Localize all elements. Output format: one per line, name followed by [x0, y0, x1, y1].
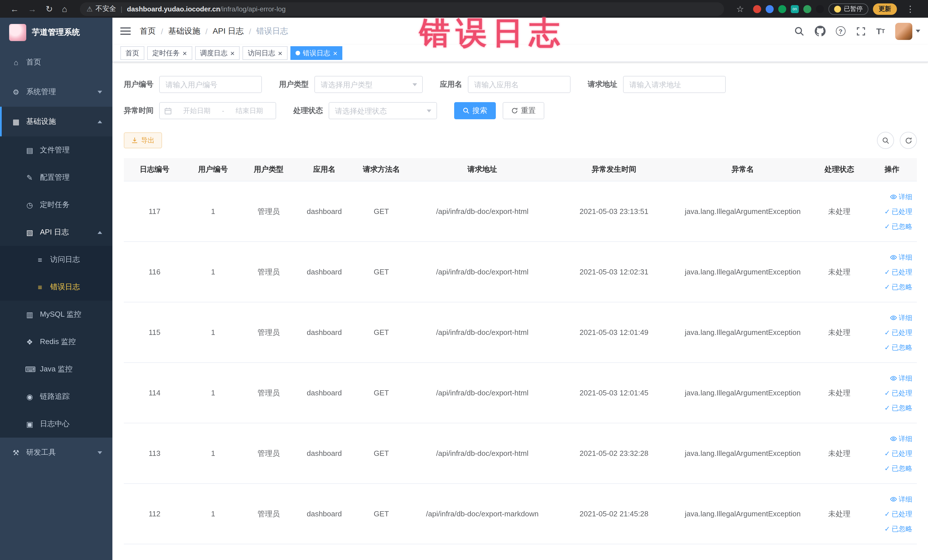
sidebar-item-errorlog[interactable]: ≡ 错误日志 [0, 273, 112, 301]
extension-on-icon[interactable]: on [791, 5, 799, 13]
filter-app-name: 应用名 [440, 76, 571, 93]
mark-ignored-link[interactable]: ✓ 已忽略 [870, 219, 912, 233]
breadcrumb-home[interactable]: 首页 [140, 26, 156, 36]
process-status-select[interactable] [329, 102, 437, 119]
field-label: 异常时间 [124, 105, 154, 116]
mark-processed-link[interactable]: ✓ 已处理 [870, 507, 912, 521]
detail-link[interactable]: 详细 [870, 431, 912, 446]
request-url-input[interactable] [623, 76, 726, 93]
sidebar-item-file[interactable]: ▤ 文件管理 [0, 136, 112, 164]
reset-button[interactable]: 重置 [503, 102, 544, 119]
user-id-input[interactable] [159, 76, 262, 93]
github-icon[interactable] [815, 26, 825, 37]
pin-extension-icon[interactable] [816, 5, 824, 13]
reload-icon[interactable]: ↻ [46, 5, 53, 13]
tab-job-log[interactable]: 调度日志× [195, 46, 240, 60]
user-menu[interactable] [895, 23, 920, 40]
sidebar-item-java[interactable]: ⌨ Java 监控 [0, 356, 112, 383]
eye-icon [890, 314, 897, 321]
toggle-search-button[interactable] [877, 132, 894, 149]
cell-app-name: dashboard [296, 484, 352, 544]
bookmark-star-icon[interactable]: ☆ [736, 5, 744, 13]
search-icon[interactable] [794, 26, 804, 36]
cell-actions: 详细 ✓ 已处理 ✓ 已忽略 [867, 181, 917, 242]
sidebar-item-mysql[interactable]: ▥ MySQL 监控 [0, 301, 112, 328]
sidebar-item-infra[interactable]: ▦ 基础设施 [0, 107, 112, 136]
sidebar-item-job[interactable]: ◷ 定时任务 [0, 191, 112, 218]
tab-access-log[interactable]: 访问日志× [243, 46, 287, 60]
user-type-select-input[interactable] [314, 76, 423, 93]
font-size-icon[interactable]: TT [876, 27, 885, 35]
extension-icon[interactable] [778, 5, 786, 13]
refresh-button[interactable] [900, 132, 917, 149]
detail-link[interactable]: 详细 [870, 310, 912, 325]
tab-home[interactable]: 首页 [121, 46, 144, 60]
sidebar-item-config[interactable]: ✎ 配置管理 [0, 164, 112, 191]
cell-app-name: dashboard [296, 302, 352, 363]
check-icon: ✓ [884, 461, 890, 476]
filter-user-id: 用户编号 [124, 76, 262, 93]
cell-exception-time: 2021-05-02 21:45:28 [554, 484, 674, 544]
detail-link[interactable]: 详细 [870, 491, 912, 507]
sidebar-item-logcenter[interactable]: ▣ 日志中心 [0, 410, 112, 438]
address-bar[interactable]: ⚠ 不安全 | dashboard.yudao.iocoder.cn /infr… [79, 2, 724, 16]
sidebar-item-devtool[interactable]: ⚒ 研发工具 [0, 438, 112, 467]
insecure-warning-icon: ⚠ [87, 5, 93, 13]
paused-badge[interactable]: 已暂停 [829, 3, 868, 15]
back-icon[interactable]: ← [10, 5, 19, 13]
breadcrumb-infra[interactable]: 基础设施 [168, 26, 200, 36]
mark-processed-link[interactable]: ✓ 已处理 [870, 385, 912, 400]
user-type-select[interactable] [314, 76, 423, 93]
date-range-picker[interactable]: 开始日期 - 结束日期 [159, 102, 276, 119]
sidebar-item-home[interactable]: ⌂ 首页 [0, 47, 112, 77]
check-icon: ✓ [884, 325, 890, 340]
app-name-input[interactable] [468, 76, 571, 93]
help-icon[interactable]: ? [836, 26, 845, 36]
font-small-glyph: T [882, 28, 885, 34]
tab-job[interactable]: 定时任务× [147, 46, 192, 60]
breadcrumb-separator: / [205, 26, 208, 36]
process-status-select-input[interactable] [329, 102, 437, 119]
table-row: 116 1 管理员 dashboard GET /api/infra/db-do… [124, 242, 917, 302]
fullscreen-icon[interactable] [856, 26, 866, 36]
browser-home-icon[interactable]: ⌂ [62, 5, 67, 13]
table-row: 112 1 管理员 dashboard GET /api/infra/db-do… [124, 484, 917, 544]
detail-link[interactable]: 详细 [870, 189, 912, 204]
close-icon[interactable]: × [183, 49, 187, 57]
mark-ignored-link[interactable]: ✓ 已忽略 [870, 521, 912, 536]
column-header: 用户类型 [241, 158, 296, 181]
extension-icon[interactable] [766, 5, 774, 13]
sidebar-item-apilog[interactable]: ▧ API 日志 [0, 218, 112, 246]
mark-processed-link[interactable]: ✓ 已处理 [870, 264, 912, 279]
close-icon[interactable]: × [278, 49, 282, 57]
mark-ignored-link[interactable]: ✓ 已忽略 [870, 279, 912, 294]
export-button[interactable]: 导出 [124, 132, 162, 148]
update-button[interactable]: 更新 [873, 3, 897, 15]
forward-icon[interactable]: → [28, 5, 37, 13]
tab-error-log[interactable]: 错误日志× [290, 46, 343, 60]
breadcrumb-apilog[interactable]: API 日志 [213, 26, 244, 36]
mark-processed-link[interactable]: ✓ 已处理 [870, 325, 912, 340]
sidebar-item-system[interactable]: ⚙ 系统管理 [0, 77, 112, 107]
search-button[interactable]: 搜索 [454, 102, 496, 119]
mark-processed-link[interactable]: ✓ 已处理 [870, 446, 912, 461]
mark-ignored-link[interactable]: ✓ 已忽略 [870, 461, 912, 476]
close-icon[interactable]: × [333, 49, 337, 57]
close-icon[interactable]: × [230, 49, 235, 57]
detail-link[interactable]: 详细 [870, 250, 912, 264]
extension-icon[interactable] [753, 5, 761, 13]
mark-ignored-link[interactable]: ✓ 已忽略 [870, 340, 912, 355]
tools-icon: ⚒ [11, 448, 21, 457]
hamburger-icon[interactable] [121, 27, 131, 35]
sidebar-item-accesslog[interactable]: ≡ 访问日志 [0, 246, 112, 273]
sidebar-item-redis[interactable]: ❖ Redis 监控 [0, 328, 112, 356]
chevron-up-icon [98, 231, 102, 233]
detail-link[interactable]: 详细 [870, 371, 912, 385]
sidebar-item-trace[interactable]: ◉ 链路追踪 [0, 383, 112, 410]
redis-icon: ❖ [25, 337, 34, 346]
logo[interactable]: 芋道管理系统 [0, 18, 112, 47]
browser-menu-icon[interactable]: ⋮ [906, 5, 914, 13]
extension-icon[interactable] [803, 5, 811, 13]
mark-processed-link[interactable]: ✓ 已处理 [870, 204, 912, 219]
mark-ignored-link[interactable]: ✓ 已忽略 [870, 400, 912, 415]
